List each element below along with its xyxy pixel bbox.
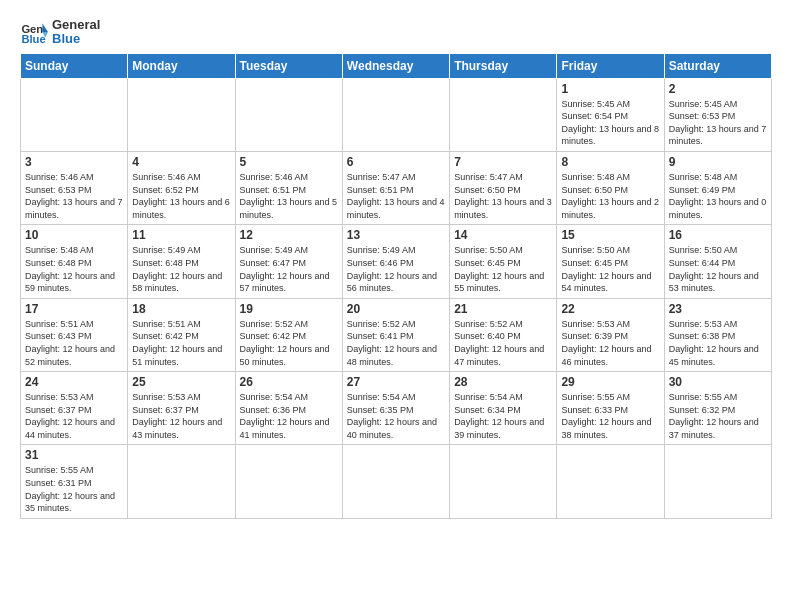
day-info: Sunrise: 5:47 AM Sunset: 6:51 PM Dayligh… — [347, 171, 445, 221]
day-info: Sunrise: 5:45 AM Sunset: 6:54 PM Dayligh… — [561, 98, 659, 148]
day-number: 4 — [132, 155, 230, 169]
calendar-day-cell — [342, 445, 449, 518]
logo-general-text: General — [52, 18, 100, 32]
day-number: 2 — [669, 82, 767, 96]
weekday-header-sunday: Sunday — [21, 53, 128, 78]
day-info: Sunrise: 5:53 AM Sunset: 6:39 PM Dayligh… — [561, 318, 659, 368]
weekday-header-row: SundayMondayTuesdayWednesdayThursdayFrid… — [21, 53, 772, 78]
day-info: Sunrise: 5:55 AM Sunset: 6:33 PM Dayligh… — [561, 391, 659, 441]
weekday-header-monday: Monday — [128, 53, 235, 78]
day-number: 23 — [669, 302, 767, 316]
calendar-week-row: 1Sunrise: 5:45 AM Sunset: 6:54 PM Daylig… — [21, 78, 772, 151]
calendar-day-cell — [128, 78, 235, 151]
calendar-table: SundayMondayTuesdayWednesdayThursdayFrid… — [20, 53, 772, 519]
day-number: 30 — [669, 375, 767, 389]
day-number: 3 — [25, 155, 123, 169]
calendar-day-cell: 4Sunrise: 5:46 AM Sunset: 6:52 PM Daylig… — [128, 151, 235, 224]
calendar-day-cell: 26Sunrise: 5:54 AM Sunset: 6:36 PM Dayli… — [235, 372, 342, 445]
calendar-day-cell: 1Sunrise: 5:45 AM Sunset: 6:54 PM Daylig… — [557, 78, 664, 151]
logo-icon: Gen Blue — [20, 18, 48, 46]
calendar-day-cell: 25Sunrise: 5:53 AM Sunset: 6:37 PM Dayli… — [128, 372, 235, 445]
calendar-body: 1Sunrise: 5:45 AM Sunset: 6:54 PM Daylig… — [21, 78, 772, 518]
day-number: 12 — [240, 228, 338, 242]
day-number: 13 — [347, 228, 445, 242]
calendar-week-row: 31Sunrise: 5:55 AM Sunset: 6:31 PM Dayli… — [21, 445, 772, 518]
calendar-day-cell — [21, 78, 128, 151]
calendar-day-cell: 15Sunrise: 5:50 AM Sunset: 6:45 PM Dayli… — [557, 225, 664, 298]
calendar-day-cell: 19Sunrise: 5:52 AM Sunset: 6:42 PM Dayli… — [235, 298, 342, 371]
calendar-day-cell: 12Sunrise: 5:49 AM Sunset: 6:47 PM Dayli… — [235, 225, 342, 298]
day-number: 5 — [240, 155, 338, 169]
day-info: Sunrise: 5:55 AM Sunset: 6:32 PM Dayligh… — [669, 391, 767, 441]
day-info: Sunrise: 5:53 AM Sunset: 6:37 PM Dayligh… — [132, 391, 230, 441]
day-number: 21 — [454, 302, 552, 316]
weekday-header-saturday: Saturday — [664, 53, 771, 78]
calendar-week-row: 10Sunrise: 5:48 AM Sunset: 6:48 PM Dayli… — [21, 225, 772, 298]
day-number: 19 — [240, 302, 338, 316]
weekday-header-thursday: Thursday — [450, 53, 557, 78]
day-number: 28 — [454, 375, 552, 389]
calendar-day-cell: 8Sunrise: 5:48 AM Sunset: 6:50 PM Daylig… — [557, 151, 664, 224]
calendar-day-cell: 18Sunrise: 5:51 AM Sunset: 6:42 PM Dayli… — [128, 298, 235, 371]
day-number: 6 — [347, 155, 445, 169]
day-number: 29 — [561, 375, 659, 389]
calendar-day-cell: 21Sunrise: 5:52 AM Sunset: 6:40 PM Dayli… — [450, 298, 557, 371]
day-number: 24 — [25, 375, 123, 389]
day-info: Sunrise: 5:46 AM Sunset: 6:52 PM Dayligh… — [132, 171, 230, 221]
day-number: 22 — [561, 302, 659, 316]
calendar-header: SundayMondayTuesdayWednesdayThursdayFrid… — [21, 53, 772, 78]
day-info: Sunrise: 5:46 AM Sunset: 6:51 PM Dayligh… — [240, 171, 338, 221]
day-info: Sunrise: 5:54 AM Sunset: 6:34 PM Dayligh… — [454, 391, 552, 441]
day-number: 1 — [561, 82, 659, 96]
calendar-week-row: 24Sunrise: 5:53 AM Sunset: 6:37 PM Dayli… — [21, 372, 772, 445]
calendar-day-cell: 23Sunrise: 5:53 AM Sunset: 6:38 PM Dayli… — [664, 298, 771, 371]
calendar-day-cell: 27Sunrise: 5:54 AM Sunset: 6:35 PM Dayli… — [342, 372, 449, 445]
calendar-day-cell: 10Sunrise: 5:48 AM Sunset: 6:48 PM Dayli… — [21, 225, 128, 298]
day-info: Sunrise: 5:49 AM Sunset: 6:48 PM Dayligh… — [132, 244, 230, 294]
calendar-day-cell: 11Sunrise: 5:49 AM Sunset: 6:48 PM Dayli… — [128, 225, 235, 298]
day-info: Sunrise: 5:54 AM Sunset: 6:36 PM Dayligh… — [240, 391, 338, 441]
svg-text:Blue: Blue — [21, 33, 45, 45]
day-info: Sunrise: 5:49 AM Sunset: 6:46 PM Dayligh… — [347, 244, 445, 294]
day-number: 10 — [25, 228, 123, 242]
day-number: 15 — [561, 228, 659, 242]
day-info: Sunrise: 5:48 AM Sunset: 6:49 PM Dayligh… — [669, 171, 767, 221]
day-number: 18 — [132, 302, 230, 316]
day-number: 17 — [25, 302, 123, 316]
day-info: Sunrise: 5:45 AM Sunset: 6:53 PM Dayligh… — [669, 98, 767, 148]
day-number: 8 — [561, 155, 659, 169]
calendar-day-cell — [235, 445, 342, 518]
day-info: Sunrise: 5:51 AM Sunset: 6:43 PM Dayligh… — [25, 318, 123, 368]
day-number: 26 — [240, 375, 338, 389]
day-info: Sunrise: 5:48 AM Sunset: 6:50 PM Dayligh… — [561, 171, 659, 221]
day-info: Sunrise: 5:54 AM Sunset: 6:35 PM Dayligh… — [347, 391, 445, 441]
calendar-day-cell: 17Sunrise: 5:51 AM Sunset: 6:43 PM Dayli… — [21, 298, 128, 371]
day-info: Sunrise: 5:55 AM Sunset: 6:31 PM Dayligh… — [25, 464, 123, 514]
calendar-day-cell: 13Sunrise: 5:49 AM Sunset: 6:46 PM Dayli… — [342, 225, 449, 298]
calendar-day-cell — [450, 445, 557, 518]
calendar-day-cell: 5Sunrise: 5:46 AM Sunset: 6:51 PM Daylig… — [235, 151, 342, 224]
logo: Gen Blue General Blue — [20, 18, 100, 47]
day-info: Sunrise: 5:52 AM Sunset: 6:42 PM Dayligh… — [240, 318, 338, 368]
day-number: 27 — [347, 375, 445, 389]
day-number: 7 — [454, 155, 552, 169]
calendar-day-cell: 2Sunrise: 5:45 AM Sunset: 6:53 PM Daylig… — [664, 78, 771, 151]
calendar-day-cell: 31Sunrise: 5:55 AM Sunset: 6:31 PM Dayli… — [21, 445, 128, 518]
header: Gen Blue General Blue — [20, 18, 772, 47]
weekday-header-wednesday: Wednesday — [342, 53, 449, 78]
calendar-day-cell: 22Sunrise: 5:53 AM Sunset: 6:39 PM Dayli… — [557, 298, 664, 371]
calendar-day-cell: 3Sunrise: 5:46 AM Sunset: 6:53 PM Daylig… — [21, 151, 128, 224]
day-number: 11 — [132, 228, 230, 242]
day-info: Sunrise: 5:53 AM Sunset: 6:38 PM Dayligh… — [669, 318, 767, 368]
calendar-day-cell — [342, 78, 449, 151]
calendar-day-cell — [450, 78, 557, 151]
calendar-day-cell: 30Sunrise: 5:55 AM Sunset: 6:32 PM Dayli… — [664, 372, 771, 445]
day-info: Sunrise: 5:46 AM Sunset: 6:53 PM Dayligh… — [25, 171, 123, 221]
day-number: 20 — [347, 302, 445, 316]
day-number: 31 — [25, 448, 123, 462]
calendar-week-row: 3Sunrise: 5:46 AM Sunset: 6:53 PM Daylig… — [21, 151, 772, 224]
day-info: Sunrise: 5:52 AM Sunset: 6:41 PM Dayligh… — [347, 318, 445, 368]
svg-marker-2 — [42, 24, 48, 32]
day-info: Sunrise: 5:50 AM Sunset: 6:45 PM Dayligh… — [561, 244, 659, 294]
day-number: 25 — [132, 375, 230, 389]
